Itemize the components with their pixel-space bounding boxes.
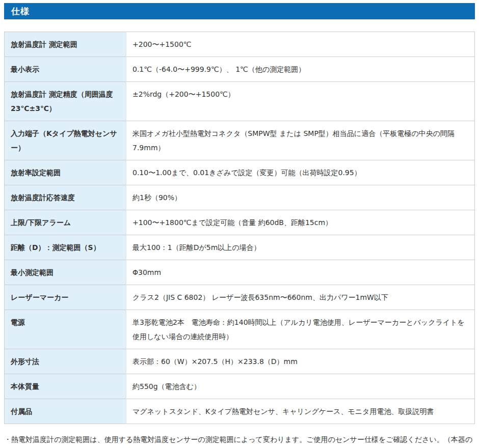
spec-value: 約1秒（90%） — [126, 185, 475, 210]
spec-label: 外形寸法 — [5, 349, 126, 374]
footer-note: ・熱電対温度計の測定範囲は、使用する熱電対温度センサーの測定範囲によって変わりま… — [4, 432, 475, 448]
table-row: 外形寸法 表示部：60（W）×207.5（H）×233.8（D）mm — [5, 349, 475, 374]
spec-value: 表示部：60（W）×207.5（H）×233.8（D）mm — [126, 349, 475, 374]
table-row: 放射温度計応答速度 約1秒（90%） — [5, 185, 475, 210]
spec-table: 放射温度計 測定範囲 +200〜+1500℃ 最小表示 0.1℃（-64.0〜+… — [4, 32, 475, 424]
spec-value: クラス2（JIS C 6802） レーザー波長635nm〜660nm、出力パワー… — [126, 285, 475, 310]
table-row: 上限/下限アラーム +100〜+1800℃まで設定可能（音量 約60dB、距離1… — [5, 210, 475, 235]
table-row: レーザーマーカー クラス2（JIS C 6802） レーザー波長635nm〜66… — [5, 285, 475, 310]
spec-label: レーザーマーカー — [5, 285, 126, 310]
spec-page: 仕様 放射温度計 測定範囲 +200〜+1500℃ 最小表示 0.1℃（-64.… — [0, 0, 479, 448]
spec-value: ±2%rdg（+200〜+1500℃） — [126, 82, 475, 121]
spec-label: 本体質量 — [5, 374, 126, 399]
table-row: 電源 単3形乾電池2本 電池寿命：約140時間以上（アルカリ電池使用、レーザーマ… — [5, 310, 475, 349]
spec-value: Φ30mm — [126, 260, 475, 285]
spec-label: 付属品 — [5, 399, 126, 424]
table-row: 放射温度計 測定範囲 +200〜+1500℃ — [5, 32, 475, 57]
spec-value: 最大100：1（距離Dが5m以上の場合） — [126, 235, 475, 260]
spec-value: 0.1℃（-64.0〜+999.9℃）、 1℃（他の測定範囲） — [126, 57, 475, 82]
table-row: 入力端子（Kタイプ熱電対センサー） 米国オメガ社小型熱電対コネクタ（SMPW型 … — [5, 121, 475, 160]
spec-label: 入力端子（Kタイプ熱電対センサー） — [5, 121, 126, 160]
spec-label: 放射温度計応答速度 — [5, 185, 126, 210]
spec-value: マグネットスタンド、Kタイプ熱電対センサ、キャリングケース、モニタ用電池、取扱説… — [126, 399, 475, 424]
table-row: 放射温度計 測定精度（周囲温度23℃±3℃） ±2%rdg（+200〜+1500… — [5, 82, 475, 121]
spec-label: 距離（D）：測定範囲（S） — [5, 235, 126, 260]
page-title: 仕様 — [11, 6, 30, 16]
spec-label: 最小測定範囲 — [5, 260, 126, 285]
spec-value: +100〜+1800℃まで設定可能（音量 約60dB、距離15cm） — [126, 210, 475, 235]
table-row: 距離（D）：測定範囲（S） 最大100：1（距離Dが5m以上の場合） — [5, 235, 475, 260]
spec-label: 放射温度計 測定範囲 — [5, 32, 126, 57]
section-header: 仕様 — [4, 3, 475, 19]
table-row: 最小測定範囲 Φ30mm — [5, 260, 475, 285]
spec-value: 米国オメガ社小型熱電対コネクタ（SMPW型 または SMP型）相当品に適合（平板… — [126, 121, 475, 160]
spec-label: 最小表示 — [5, 57, 126, 82]
spec-label: 放射率設定範囲 — [5, 160, 126, 185]
spec-value: 単3形乾電池2本 電池寿命：約140時間以上（アルカリ電池使用、レーザーマーカー… — [126, 310, 475, 349]
spec-value: +200〜+1500℃ — [126, 32, 475, 57]
spec-value: 0.10〜1.00まで、0.01きざみで設定（変更）可能（出荷時設定0.95） — [126, 160, 475, 185]
spec-table-body: 放射温度計 測定範囲 +200〜+1500℃ 最小表示 0.1℃（-64.0〜+… — [5, 32, 475, 424]
table-row: 付属品 マグネットスタンド、Kタイプ熱電対センサ、キャリングケース、モニタ用電池… — [5, 399, 475, 424]
spec-label: 電源 — [5, 310, 126, 349]
spec-value: 約550g（電池含む） — [126, 374, 475, 399]
table-row: 最小表示 0.1℃（-64.0〜+999.9℃）、 1℃（他の測定範囲） — [5, 57, 475, 82]
table-row: 本体質量 約550g（電池含む） — [5, 374, 475, 399]
table-row: 放射率設定範囲 0.10〜1.00まで、0.01きざみで設定（変更）可能（出荷時… — [5, 160, 475, 185]
spec-label: 放射温度計 測定精度（周囲温度23℃±3℃） — [5, 82, 126, 121]
spec-label: 上限/下限アラーム — [5, 210, 126, 235]
